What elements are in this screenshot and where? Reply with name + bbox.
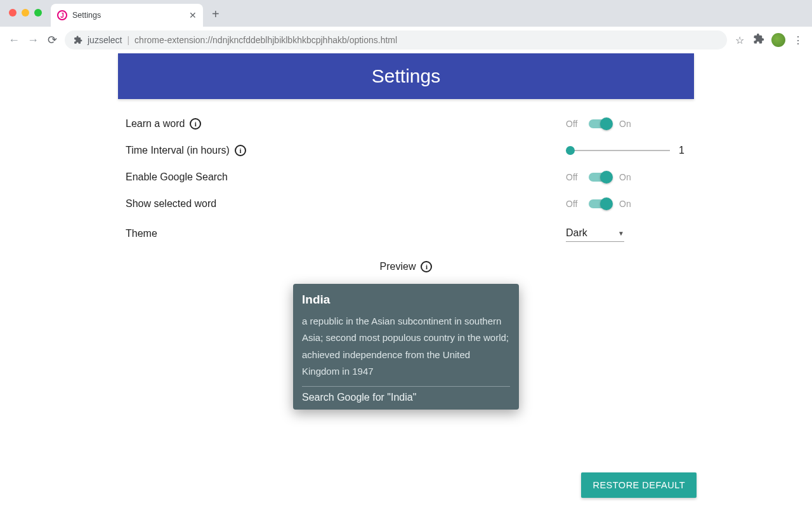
browser-chrome: J Settings ✕ + ← → ⟳ juzselect | chrome-… xyxy=(0,0,812,53)
page-header: Settings xyxy=(118,53,694,99)
toggle-learn-word[interactable] xyxy=(589,119,612,128)
preview-card-action[interactable]: Search Google for "India" xyxy=(302,387,510,403)
extensions-icon[interactable] xyxy=(752,33,765,47)
label-interval: Time Interval (in hours) xyxy=(126,145,230,156)
settings-panel: Learn a word i Off On Time Interval (in … xyxy=(118,99,694,410)
chevron-down-icon: ▼ xyxy=(618,230,624,237)
slider-knob[interactable] xyxy=(566,146,575,155)
tab-title: Settings xyxy=(72,11,184,20)
label-theme: Theme xyxy=(126,228,157,239)
toggle-off-label: Off xyxy=(566,172,581,182)
toggle-on-label: On xyxy=(619,172,634,182)
preview-label-text: Preview xyxy=(380,261,416,272)
reload-icon[interactable]: ⟳ xyxy=(46,33,58,47)
info-icon[interactable]: i xyxy=(421,261,432,272)
forward-icon[interactable]: → xyxy=(27,34,39,47)
toggle-off-label: Off xyxy=(566,119,581,129)
url-host: juzselect xyxy=(88,35,122,45)
select-theme-value: Dark xyxy=(566,227,587,239)
close-tab-icon[interactable]: ✕ xyxy=(189,10,197,20)
url-path: chrome-extension://ndnjkncfddeblhjbiklbk… xyxy=(134,35,397,45)
minimize-window-icon[interactable] xyxy=(22,9,29,17)
preview-card-body: a republic in the Asian subcontinent in … xyxy=(302,313,510,387)
toggle-on-label: On xyxy=(619,119,634,129)
row-theme: Theme Dark ▼ xyxy=(126,225,686,242)
back-icon[interactable]: ← xyxy=(8,34,20,47)
new-tab-button[interactable]: + xyxy=(212,7,219,22)
toggle-google-search[interactable] xyxy=(589,173,612,182)
label-show-word: Show selected word xyxy=(126,198,216,210)
slider-value: 1 xyxy=(679,145,686,156)
row-learn-word: Learn a word i Off On xyxy=(126,118,686,130)
star-icon[interactable]: ☆ xyxy=(733,34,746,46)
restore-default-button[interactable]: RESTORE DEFAULT xyxy=(581,472,697,498)
close-window-icon[interactable] xyxy=(9,9,16,17)
toggle-off-label: Off xyxy=(566,199,581,209)
select-theme[interactable]: Dark ▼ xyxy=(566,225,624,242)
tab-favicon-icon: J xyxy=(57,10,67,20)
page-content: Settings Learn a word i Off On Time Inte… xyxy=(0,53,812,410)
preview-card-title: India xyxy=(302,293,510,307)
preview-card: India a republic in the Asian subcontine… xyxy=(293,284,519,410)
url-field[interactable]: juzselect | chrome-extension://ndnjkncfd… xyxy=(65,30,727,50)
label-google-search: Enable Google Search xyxy=(126,171,228,183)
extension-icon xyxy=(74,36,82,44)
restore-default-label: RESTORE DEFAULT xyxy=(593,480,685,490)
browser-tab[interactable]: J Settings ✕ xyxy=(51,4,203,27)
url-separator: | xyxy=(127,35,129,45)
profile-avatar-icon[interactable] xyxy=(771,33,785,47)
row-interval: Time Interval (in hours) i 1 xyxy=(126,145,686,156)
info-icon[interactable]: i xyxy=(235,145,246,156)
label-learn-word: Learn a word xyxy=(126,118,185,130)
toggle-show-word[interactable] xyxy=(589,199,612,208)
menu-icon[interactable]: ⋮ xyxy=(792,34,804,46)
row-show-word: Show selected word Off On xyxy=(126,198,686,210)
row-google-search: Enable Google Search Off On xyxy=(126,171,686,183)
maximize-window-icon[interactable] xyxy=(34,9,42,17)
toggle-on-label: On xyxy=(619,199,634,209)
preview-heading: Preview i xyxy=(126,261,686,272)
address-bar: ← → ⟳ juzselect | chrome-extension://ndn… xyxy=(0,27,812,53)
slider-interval[interactable] xyxy=(566,150,670,151)
page-title: Settings xyxy=(372,65,440,87)
info-icon[interactable]: i xyxy=(190,118,201,130)
tab-bar: J Settings ✕ + xyxy=(0,0,812,27)
window-controls xyxy=(9,9,42,17)
